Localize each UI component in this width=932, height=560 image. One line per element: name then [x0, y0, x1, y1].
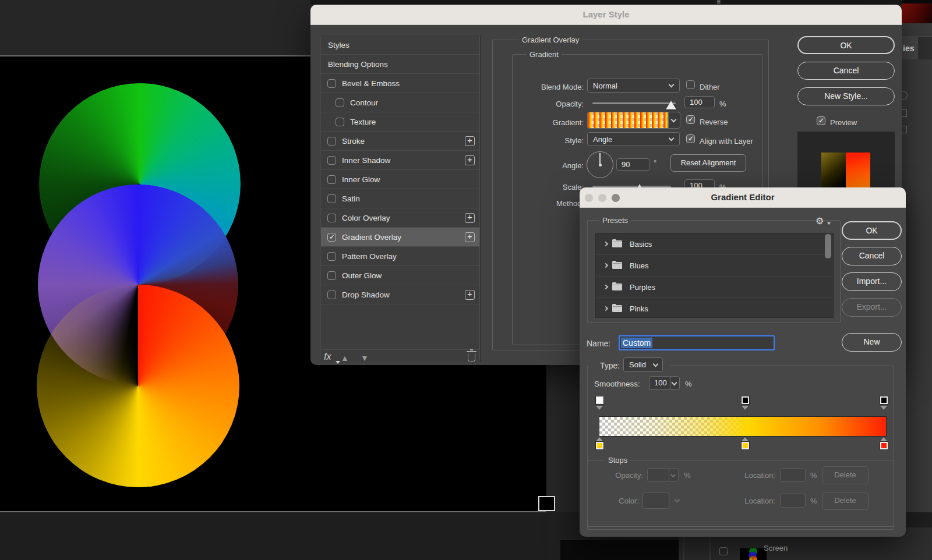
stop-opacity-dropdown[interactable]	[669, 468, 679, 482]
sidebar-item-blending-options[interactable]: Blending Options	[321, 55, 479, 74]
gear-icon[interactable]: ⚙	[816, 215, 824, 226]
style-checkbox[interactable]	[327, 175, 336, 184]
preset-folder-blues[interactable]: Blues	[596, 255, 834, 277]
reverse-checkbox[interactable]	[686, 115, 695, 124]
gradient-editor-dialog: Gradient Editor Presets ⚙ Basics Blues P…	[580, 187, 906, 537]
style-checkbox[interactable]	[336, 118, 344, 126]
styles-list: Styles Blending Options Bevel & Emboss C…	[320, 35, 481, 362]
sidebar-item-stroke[interactable]: Stroke	[321, 132, 479, 151]
color-stop-yellow-0[interactable]	[596, 442, 603, 449]
sidebar-item-color-overlay[interactable]: Color Overlay	[321, 208, 479, 228]
stop-location-input[interactable]	[780, 494, 806, 508]
color-stop-yellow-51[interactable]	[742, 442, 749, 449]
gradient-swatch[interactable]	[587, 112, 668, 129]
angle-input[interactable]: 90	[616, 158, 650, 171]
opacity-slider[interactable]	[592, 102, 676, 104]
gradient-dropdown[interactable]	[668, 112, 680, 129]
layer-blend-mode[interactable]: Screen	[764, 544, 788, 552]
ok-button[interactable]: OK	[797, 36, 895, 54]
sidebar-item-contour[interactable]: Contour	[321, 93, 479, 112]
color-stop-pointer	[880, 437, 887, 441]
name-input[interactable]: Custom	[619, 335, 775, 350]
opacity-stop-0[interactable]	[596, 396, 603, 404]
add-gradient-overlay-button[interactable]	[465, 232, 475, 242]
add-color-overlay-button[interactable]	[465, 213, 475, 223]
sidebar-item-drop-shadow[interactable]: Drop Shadow	[321, 285, 479, 304]
style-checkbox[interactable]	[327, 290, 336, 299]
export-button[interactable]: Export...	[842, 298, 902, 317]
divider	[320, 349, 480, 350]
new-style-button[interactable]: New Style...	[797, 87, 895, 105]
gradient-bar[interactable]	[599, 416, 887, 437]
opacity-stop-51[interactable]	[742, 396, 749, 404]
style-checkbox[interactable]	[327, 194, 336, 203]
stop-opacity-unit: %	[684, 471, 691, 480]
sidebar-item-inner-glow[interactable]: Inner Glow	[321, 170, 479, 189]
color-stop-red-100[interactable]	[880, 442, 888, 449]
style-checkbox[interactable]	[327, 79, 336, 88]
layer-style-titlebar[interactable]: Layer Style	[310, 5, 902, 25]
styles-list-header[interactable]: Styles	[321, 36, 479, 55]
sidebar-item-outer-glow[interactable]: Outer Glow	[321, 266, 479, 285]
canvas-corner-grip[interactable]	[538, 496, 555, 511]
blend-mode-dropdown[interactable]: Normal	[587, 79, 680, 93]
import-button[interactable]: Import...	[842, 272, 902, 291]
disclosure-chevron-icon[interactable]	[603, 306, 608, 311]
sidebar-item-bevel-emboss[interactable]: Bevel & Emboss	[321, 74, 479, 93]
sidebar-item-satin[interactable]: Satin	[321, 189, 479, 208]
sidebar-item-inner-shadow[interactable]: Inner Shadow	[321, 151, 479, 170]
reset-alignment-button[interactable]: Reset Alignment	[670, 154, 746, 172]
angle-dial[interactable]	[587, 151, 613, 178]
add-drop-shadow-button[interactable]	[465, 290, 475, 300]
delete-opacity-stop-button[interactable]: Delete	[822, 466, 869, 484]
properties-tab-label[interactable]: ies	[903, 44, 914, 53]
folder-icon	[612, 240, 622, 247]
new-button[interactable]: New	[842, 333, 902, 352]
opacity-slider-thumb[interactable]	[666, 101, 676, 109]
style-checkbox[interactable]	[327, 252, 336, 261]
smoothness-input[interactable]: 100	[649, 376, 670, 390]
dither-checkbox[interactable]	[686, 80, 695, 89]
cancel-button[interactable]: Cancel	[842, 247, 902, 265]
preview-checkbox[interactable]	[817, 116, 825, 125]
stop-location-unit: %	[810, 497, 817, 505]
sidebar-item-pattern-overlay[interactable]: Pattern Overlay	[321, 247, 479, 266]
style-checkbox[interactable]	[327, 156, 336, 165]
ok-button[interactable]: OK	[842, 221, 902, 240]
gradient-editor-titlebar[interactable]: Gradient Editor	[580, 187, 906, 208]
sidebar-item-texture[interactable]: Texture	[321, 112, 479, 132]
delete-color-stop-button[interactable]: Delete	[822, 492, 869, 510]
style-checkbox[interactable]	[336, 98, 344, 107]
inactive-tab[interactable]	[918, 37, 932, 59]
sidebar-item-gradient-overlay[interactable]: Gradient Overlay	[321, 228, 479, 247]
smoothness-dropdown[interactable]	[670, 376, 680, 390]
style-checkbox[interactable]	[327, 137, 336, 146]
move-up-icon[interactable]: ▲	[341, 353, 349, 363]
type-dropdown[interactable]: Solid	[623, 357, 663, 372]
trash-icon[interactable]	[468, 353, 475, 361]
style-checkbox-checked[interactable]	[327, 233, 336, 242]
layer-checkbox[interactable]	[719, 547, 728, 555]
disclosure-chevron-icon[interactable]	[603, 263, 608, 268]
preset-folder-pinks[interactable]: Pinks	[596, 298, 834, 318]
fx-icon[interactable]: fx	[324, 352, 331, 362]
opacity-input[interactable]: 100	[684, 96, 715, 108]
align-with-layer-checkbox[interactable]	[686, 134, 695, 143]
disclosure-chevron-icon[interactable]	[603, 242, 608, 246]
stop-location-input[interactable]	[780, 468, 806, 482]
preset-folder-basics[interactable]: Basics	[596, 233, 834, 255]
style-checkbox[interactable]	[327, 271, 336, 280]
add-inner-shadow-button[interactable]	[465, 155, 475, 165]
scrollbar-thumb[interactable]	[825, 234, 831, 258]
opacity-stop-100[interactable]	[880, 396, 888, 404]
cancel-button[interactable]: Cancel	[797, 62, 895, 80]
stop-color-swatch[interactable]	[642, 492, 669, 509]
layer-thumbnail[interactable]	[740, 548, 767, 560]
move-down-icon[interactable]: ▼	[361, 353, 369, 363]
style-checkbox[interactable]	[327, 214, 336, 222]
preset-folder-purples[interactable]: Purples	[596, 277, 834, 298]
disclosure-chevron-icon[interactable]	[603, 285, 608, 289]
style-dropdown[interactable]: Angle	[587, 132, 680, 146]
add-stroke-button[interactable]	[465, 136, 475, 146]
stop-opacity-input[interactable]	[647, 468, 669, 482]
